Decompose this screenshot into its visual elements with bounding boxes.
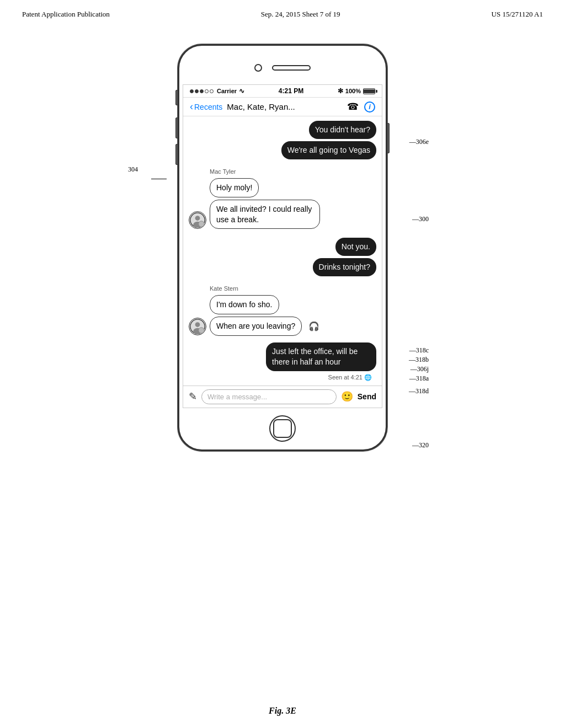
message-bubble-8: When are you leaving? xyxy=(210,317,302,336)
bubble-group-outgoing-1: You didn't hear? xyxy=(189,121,376,139)
wifi-icon: ∿ xyxy=(239,87,244,95)
svg-point-1 xyxy=(195,216,200,221)
message-row-5: Not you. xyxy=(335,238,376,256)
bubble-group-outgoing-2: We're all going to Vegas xyxy=(189,141,376,159)
avatar-kate xyxy=(189,318,206,335)
message-bubble-9: Just left the office, will be there in h… xyxy=(266,342,376,371)
carrier-label: Carrier xyxy=(217,88,237,94)
message-text-7: I'm down fo sho. xyxy=(216,300,273,309)
phone-top xyxy=(179,46,386,84)
message-row-2: We're all going to Vegas xyxy=(281,141,376,159)
svg-point-5 xyxy=(195,322,200,327)
annotation-318b: —318b xyxy=(409,356,429,364)
svg-point-3 xyxy=(199,221,205,227)
bubble-group-outgoing-4: Drinks tonight? xyxy=(189,258,376,276)
message-text-1: You didn't hear? xyxy=(315,125,370,134)
battery-fill xyxy=(364,89,375,93)
input-placeholder: Write a message... xyxy=(207,393,267,401)
message-bubble-4: We all invited? I could really use a bre… xyxy=(210,200,320,229)
message-text-5: Not you. xyxy=(342,242,370,251)
attach-button[interactable]: ✎ xyxy=(189,390,197,403)
annotation-320: —320 xyxy=(412,441,429,449)
earpiece-speaker xyxy=(272,65,311,71)
message-text-6: Drinks tonight? xyxy=(319,263,370,271)
seen-status: Seen at 4:21 🌐 xyxy=(189,374,376,381)
status-time: 4:21 PM xyxy=(279,87,303,95)
message-row-9: Just left the office, will be there in h… xyxy=(266,342,376,371)
signal-dot-5 xyxy=(210,89,214,93)
side-button-mute xyxy=(175,90,178,105)
patent-left: Patent Application Publication xyxy=(22,10,110,19)
annotation-300: —300 xyxy=(412,215,429,223)
home-button[interactable] xyxy=(269,415,296,442)
message-row-4: We all invited? I could really use a bre… xyxy=(189,200,376,229)
input-bar: ✎ Write a message... 🙂 Send xyxy=(183,386,382,408)
status-bar: Carrier ∿ 4:21 PM ✻ 100% xyxy=(183,85,382,98)
signal-dot-3 xyxy=(200,89,204,93)
avatar-mac-image xyxy=(190,212,205,228)
status-right: ✻ 100% xyxy=(338,87,375,95)
annotation-318a: —318a xyxy=(409,374,429,383)
bubble-group-outgoing-3: Not you. xyxy=(189,238,376,256)
nav-icons: ☎ i xyxy=(347,101,375,113)
avatar-kate-image xyxy=(190,319,205,334)
phone-bottom xyxy=(179,408,386,449)
message-row-8: When are you leaving? 🎧 xyxy=(189,317,376,336)
message-row-1: You didn't hear? xyxy=(309,121,376,139)
patent-header: Patent Application Publication Sep. 24, … xyxy=(0,0,565,24)
message-bubble-5: Not you. xyxy=(335,238,376,256)
side-button-volume-down xyxy=(175,144,178,165)
info-button[interactable]: i xyxy=(364,101,375,113)
message-row-3: Holy moly! xyxy=(189,178,376,197)
audio-icon: 🎧 xyxy=(308,321,319,331)
message-text-3: Holy moly! xyxy=(216,183,252,192)
phone-device: Carrier ∿ 4:21 PM ✻ 100% ‹ Recents xyxy=(178,44,387,451)
annotation-304: 304 xyxy=(128,165,138,174)
nav-bar: ‹ Recents Mac, Kate, Ryan... ☎ i xyxy=(183,98,382,116)
phone-call-icon[interactable]: ☎ xyxy=(347,101,359,113)
back-button[interactable]: ‹ Recents xyxy=(190,101,222,113)
side-button-power xyxy=(387,123,390,153)
side-button-volume-up xyxy=(175,117,178,138)
patent-center: Sep. 24, 2015 Sheet 7 of 19 xyxy=(261,10,340,19)
message-text-4: We all invited? I could really use a bre… xyxy=(216,205,312,224)
figure-caption: Fig. 3E xyxy=(269,706,296,716)
home-button-inner xyxy=(273,419,292,438)
sender-name-mac: Mac Tyler xyxy=(210,168,376,175)
sender-name-kate: Kate Stern xyxy=(210,285,376,292)
battery-percent: 100% xyxy=(345,88,361,94)
send-button[interactable]: Send xyxy=(358,392,376,401)
avatar-mac xyxy=(189,211,206,229)
battery-icon xyxy=(363,88,375,94)
svg-point-7 xyxy=(199,327,205,333)
message-bubble-6: Drinks tonight? xyxy=(313,258,376,276)
message-bubble-7: I'm down fo sho. xyxy=(210,295,279,314)
signal-dot-1 xyxy=(190,89,194,93)
phone-screen: Carrier ∿ 4:21 PM ✻ 100% ‹ Recents xyxy=(183,84,382,408)
annotation-318c: —318c xyxy=(409,346,429,355)
conversation-title: Mac, Kate, Ryan... xyxy=(227,102,343,111)
message-row-7: I'm down fo sho. xyxy=(189,295,376,314)
message-bubble-3: Holy moly! xyxy=(210,178,259,197)
signal-dot-2 xyxy=(195,89,199,93)
message-bubble-1: You didn't hear? xyxy=(309,121,376,139)
signal-dots xyxy=(190,89,214,93)
message-input-field[interactable]: Write a message... xyxy=(201,389,337,404)
annotation-306e: —306e xyxy=(409,138,429,146)
message-row-6: Drinks tonight? xyxy=(313,258,376,276)
annot-line-304 xyxy=(151,179,167,179)
phone-wrapper: 304 —306e —300 —318c —318b —306j —318a —… xyxy=(167,44,398,451)
annotation-306j: —306j xyxy=(411,365,429,373)
message-text-8: When are you leaving? xyxy=(216,322,295,330)
message-text-2: We're all going to Vegas xyxy=(287,146,370,154)
bubble-group-outgoing-5: Just left the office, will be there in h… xyxy=(189,342,376,371)
patent-right: US 15/271120 A1 xyxy=(492,10,543,19)
bluetooth-icon: ✻ xyxy=(338,87,343,95)
message-bubble-2: We're all going to Vegas xyxy=(281,141,376,159)
emoji-button[interactable]: 🙂 xyxy=(341,390,353,403)
front-camera xyxy=(254,64,262,72)
seen-text-label: Seen at 4:21 🌐 xyxy=(328,374,372,381)
chevron-left-icon: ‹ xyxy=(190,101,193,113)
annotation-318d: —318d xyxy=(409,387,429,395)
chat-area: You didn't hear? We're all going to Vega… xyxy=(183,116,382,386)
